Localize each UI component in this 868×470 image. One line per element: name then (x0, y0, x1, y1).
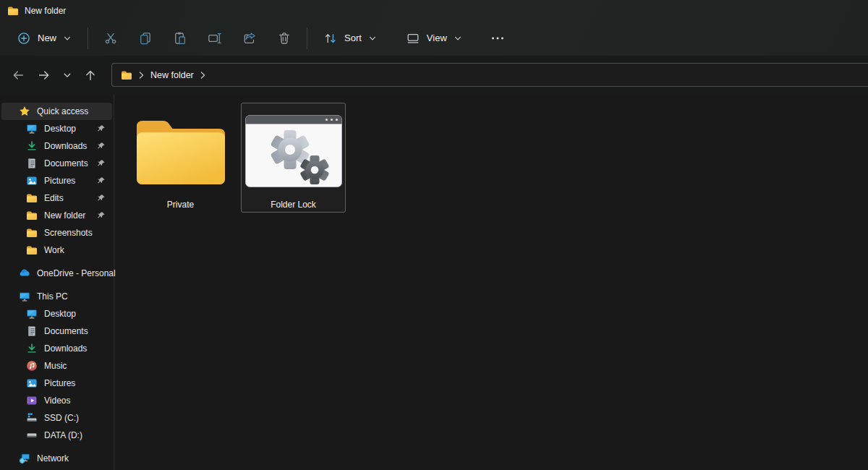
plus-circle-icon (17, 31, 31, 46)
folder-icon (26, 210, 38, 221)
music-icon (26, 360, 38, 372)
sidebar-item-label: OneDrive - Personal (37, 268, 116, 278)
folder-icon (7, 5, 19, 17)
sidebar-item-label: Downloads (44, 141, 87, 151)
sidebar-item-downloads[interactable]: Downloads (1, 340, 112, 357)
pin-icon (96, 124, 106, 134)
sidebar-item-network[interactable]: Network (1, 450, 112, 467)
navigation-bar: New folder (0, 56, 868, 94)
sidebar-item-label: DATA (D:) (44, 430, 82, 440)
sidebar-item-downloads[interactable]: Downloads (1, 137, 112, 155)
sidebar-item-edits[interactable]: Edits (1, 189, 112, 207)
toolbar-actions (95, 25, 300, 51)
sidebar-item-onedrive-personal[interactable]: OneDrive - Personal (1, 265, 112, 282)
copy-icon (138, 31, 153, 46)
sidebar-section: Network (0, 450, 114, 467)
sidebar-item-label: Downloads (44, 343, 87, 354)
sidebar-item-quick-access[interactable]: Quick access (1, 103, 112, 120)
star-icon (19, 106, 30, 117)
file-list: PrivateFolder Lock (114, 94, 868, 470)
network-icon (19, 453, 30, 464)
up-button[interactable] (78, 63, 103, 87)
chevron-down-icon (63, 34, 72, 43)
sidebar-item-screenshots[interactable]: Screenshots (1, 224, 112, 242)
paste-button[interactable] (164, 25, 196, 51)
address-bar[interactable]: New folder (111, 63, 868, 87)
window-title: New folder (25, 6, 66, 16)
more-button[interactable] (482, 25, 514, 51)
drive-icon (26, 430, 38, 441)
file-item-folder-lock[interactable]: Folder Lock (241, 103, 346, 213)
sidebar-section: Quick accessDesktopDownloadsDocumentsPic… (0, 103, 114, 259)
desktop-icon (26, 308, 38, 320)
recent-locations-button[interactable] (58, 63, 77, 87)
sidebar-item-work[interactable]: Work (1, 242, 112, 259)
chevron-down-icon (62, 70, 72, 80)
cut-button[interactable] (95, 25, 127, 51)
share-button[interactable] (234, 25, 265, 51)
sort-icon (323, 31, 338, 46)
sidebar-item-desktop[interactable]: Desktop (1, 120, 112, 137)
toolbar-separator (307, 27, 307, 49)
view-button[interactable]: View (396, 25, 472, 51)
breadcrumb-chevron-icon (139, 72, 144, 79)
rename-button[interactable] (199, 25, 231, 51)
sidebar-item-label: Videos (44, 396, 70, 406)
chevron-down-icon (454, 34, 462, 43)
new-button-label: New (38, 33, 56, 43)
sidebar-item-desktop[interactable]: Desktop (1, 305, 112, 322)
view-icon (406, 31, 420, 46)
breadcrumb-item-new-folder[interactable]: New folder (150, 70, 194, 80)
breadcrumb-chevron-icon (200, 72, 205, 79)
sidebar-item-videos[interactable]: Videos (1, 392, 112, 409)
drive-windows-icon (26, 412, 38, 424)
titlebar: New folder (0, 0, 868, 20)
sort-button[interactable]: Sort (314, 25, 386, 51)
sidebar-item-music[interactable]: Music (1, 357, 112, 375)
sidebar-item-documents[interactable]: Documents (1, 322, 112, 340)
rename-icon (208, 31, 222, 46)
cut-icon (103, 31, 118, 46)
back-button[interactable] (6, 63, 30, 87)
sidebar-section: OneDrive - Personal (0, 265, 114, 282)
sidebar-item-label: Desktop (44, 309, 76, 319)
sidebar-item-label: Pictures (44, 378, 75, 388)
new-button[interactable]: New (7, 25, 81, 51)
folder-icon (26, 244, 38, 256)
onedrive-icon (19, 268, 30, 279)
pin-icon (96, 142, 106, 151)
sidebar-item-this-pc[interactable]: This PC (1, 288, 112, 305)
header-band: New folder New Sort View (0, 0, 868, 56)
file-item-label: Private (167, 200, 194, 210)
forward-arrow-icon (37, 68, 51, 82)
sidebar-item-label: Screenshots (44, 228, 93, 238)
sidebar-item-ssd-c[interactable]: SSD (C:) (1, 409, 112, 427)
back-arrow-icon (11, 68, 25, 82)
sidebar-item-label: Network (37, 453, 69, 463)
file-item-private[interactable]: Private (128, 103, 233, 213)
sidebar-section: This PCDesktopDocumentsDownloadsMusicPic… (0, 288, 114, 444)
desktop-icon (26, 123, 38, 134)
sidebar-item-label: This PC (37, 291, 68, 302)
sidebar-item-label: Music (44, 361, 67, 371)
folder-icon (26, 192, 38, 204)
computer-icon (19, 291, 30, 302)
sidebar-item-label: Edits (44, 193, 64, 203)
app-window-gears-icon (245, 111, 342, 192)
document-icon (26, 325, 38, 337)
sidebar-item-new-folder[interactable]: New folder (1, 207, 112, 224)
share-icon (242, 31, 257, 46)
sidebar-item-data-d[interactable]: DATA (D:) (1, 427, 112, 444)
sidebar-item-documents[interactable]: Documents (1, 155, 112, 172)
sidebar-item-label: New folder (44, 210, 85, 221)
toolbar-separator (88, 27, 88, 49)
delete-button[interactable] (268, 25, 300, 51)
sidebar-item-pictures[interactable]: Pictures (1, 375, 112, 392)
sidebar-item-pictures[interactable]: Pictures (1, 172, 112, 189)
pin-icon (96, 159, 106, 168)
folder-large-icon (137, 111, 225, 192)
main-area: Quick accessDesktopDownloadsDocumentsPic… (0, 94, 868, 470)
pin-icon (96, 211, 106, 221)
copy-button[interactable] (129, 25, 161, 51)
forward-button[interactable] (32, 63, 56, 87)
